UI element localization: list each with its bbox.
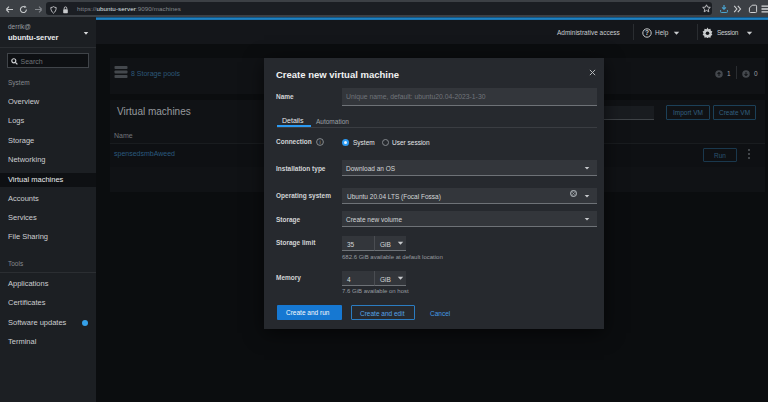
svg-text:i: i: [319, 139, 320, 145]
svg-text:?: ?: [645, 29, 649, 36]
